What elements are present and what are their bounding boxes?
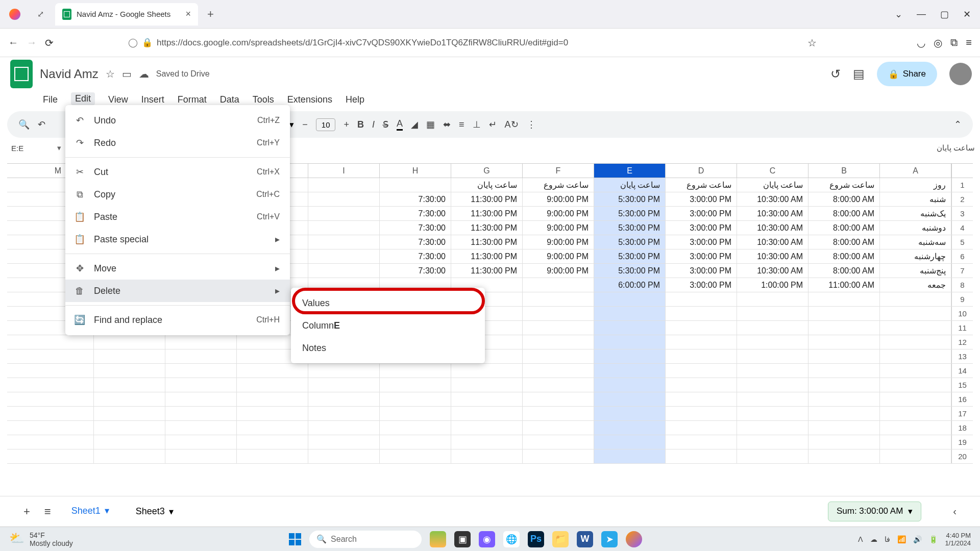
cell[interactable] — [880, 435, 951, 449]
cell[interactable]: 3:00:00 PM — [666, 249, 737, 263]
explorer-icon[interactable]: 📁 — [552, 531, 569, 547]
cell[interactable] — [808, 321, 880, 335]
cell[interactable] — [594, 378, 666, 392]
cell[interactable]: 8:00:00 AM — [808, 221, 880, 235]
cell[interactable] — [94, 449, 165, 463]
cell[interactable] — [22, 349, 94, 363]
cell[interactable] — [380, 449, 451, 463]
row-header[interactable]: 15 — [951, 378, 973, 392]
cell[interactable] — [451, 435, 523, 449]
cell[interactable] — [523, 321, 594, 335]
collapse-toolbar-icon[interactable]: ⌃ — [954, 119, 962, 130]
cell[interactable] — [737, 407, 808, 420]
side-panel-toggle[interactable]: ‹ — [953, 506, 957, 517]
account-icon[interactable]: ◎ — [934, 37, 942, 49]
cell[interactable]: 10:30:00 AM — [737, 192, 808, 206]
cell[interactable] — [523, 378, 594, 392]
valign-icon[interactable]: ⊥ — [473, 119, 481, 130]
menu-icon[interactable]: ≡ — [966, 37, 972, 48]
edit-cut[interactable]: ✂CutCtrl+X — [65, 161, 290, 183]
cell[interactable] — [737, 321, 808, 335]
url-bar[interactable]: ◯ 🔒 https://docs.google.com/spreadsheets… — [123, 33, 799, 53]
window-close-icon[interactable]: ✕ — [963, 9, 971, 20]
cell[interactable] — [380, 435, 451, 449]
menu-tools[interactable]: Tools — [253, 94, 274, 105]
cell[interactable] — [237, 421, 308, 435]
cell[interactable]: 11:30:00 PM — [451, 192, 523, 206]
cell[interactable]: جمعه — [880, 278, 951, 292]
cell[interactable] — [594, 435, 666, 449]
cell[interactable] — [666, 364, 737, 378]
language-indicator[interactable]: فا — [885, 535, 890, 543]
cell[interactable]: 11:30:00 PM — [451, 264, 523, 278]
cell[interactable] — [523, 364, 594, 378]
cell[interactable] — [808, 307, 880, 320]
row-header[interactable]: 18 — [951, 421, 973, 435]
row-header[interactable]: 6 — [951, 249, 973, 263]
cell[interactable] — [737, 307, 808, 320]
cell[interactable]: چهارشنبه — [880, 249, 951, 263]
cell[interactable]: 11:30:00 PM — [451, 249, 523, 263]
battery-icon[interactable]: 🔋 — [929, 535, 938, 543]
menu-extensions[interactable]: Extensions — [287, 94, 332, 105]
cell[interactable] — [94, 349, 165, 363]
cell[interactable]: 3:00:00 PM — [666, 221, 737, 235]
cell[interactable]: 10:30:00 AM — [737, 235, 808, 249]
clock[interactable]: 4:40 PM1/1/2024 — [945, 532, 971, 547]
taskbar-search[interactable]: 🔍Search — [309, 531, 422, 548]
chevron-down-icon[interactable]: ▾ — [105, 505, 109, 516]
cell[interactable]: 11:00:00 AM — [808, 278, 880, 292]
cell[interactable]: 10:30:00 AM — [737, 221, 808, 235]
col-header-A[interactable]: A — [880, 164, 951, 178]
cell[interactable] — [737, 378, 808, 392]
cell[interactable] — [308, 207, 380, 220]
cell[interactable]: 7:30:00 — [380, 249, 451, 263]
cell[interactable] — [380, 407, 451, 420]
decrease-font-icon[interactable]: − — [302, 119, 308, 130]
cell[interactable]: 8:00:00 AM — [808, 235, 880, 249]
firefox-icon[interactable] — [626, 531, 642, 547]
rotate-icon[interactable]: A↻ — [505, 119, 519, 130]
cell[interactable] — [880, 449, 951, 463]
cell[interactable] — [737, 349, 808, 363]
cell[interactable]: ساعت شروع — [808, 178, 880, 192]
merge-icon[interactable]: ⬌ — [443, 119, 451, 130]
cell[interactable] — [523, 349, 594, 363]
cell[interactable] — [22, 378, 94, 392]
cell[interactable] — [880, 421, 951, 435]
cell[interactable]: 8:00:00 AM — [808, 249, 880, 263]
cell[interactable] — [808, 449, 880, 463]
cell[interactable] — [880, 307, 951, 320]
cell[interactable] — [808, 349, 880, 363]
col-header-G[interactable]: G — [451, 164, 523, 178]
cell[interactable] — [165, 349, 237, 363]
cell[interactable] — [94, 435, 165, 449]
cell[interactable] — [237, 449, 308, 463]
cell[interactable] — [666, 392, 737, 406]
maximize-icon[interactable]: ▢ — [940, 9, 949, 20]
edit-copy[interactable]: ⧉CopyCtrl+C — [65, 183, 290, 206]
fill-color-icon[interactable]: ◢ — [411, 119, 418, 130]
avatar[interactable] — [949, 63, 972, 85]
cell[interactable]: ساعت شروع — [666, 178, 737, 192]
cell[interactable] — [451, 392, 523, 406]
cell[interactable] — [666, 449, 737, 463]
delete-values[interactable]: Values — [291, 292, 485, 314]
cell[interactable] — [308, 364, 380, 378]
cell[interactable] — [165, 335, 237, 349]
share-button[interactable]: 🔒 Share — [877, 62, 937, 86]
cell[interactable] — [666, 378, 737, 392]
cell[interactable]: 11:30:00 PM — [451, 235, 523, 249]
cell[interactable] — [808, 392, 880, 406]
sheets-logo-icon[interactable] — [10, 60, 33, 88]
cell[interactable] — [308, 378, 380, 392]
cell[interactable] — [308, 235, 380, 249]
cell[interactable] — [594, 421, 666, 435]
app-icon[interactable]: ▣ — [454, 531, 471, 547]
cell[interactable]: 7:30:00 — [380, 221, 451, 235]
cell[interactable] — [737, 364, 808, 378]
row-header[interactable]: 5 — [951, 235, 973, 249]
cell[interactable] — [523, 335, 594, 349]
cell[interactable] — [594, 449, 666, 463]
undo-icon[interactable]: ↶ — [38, 119, 45, 130]
